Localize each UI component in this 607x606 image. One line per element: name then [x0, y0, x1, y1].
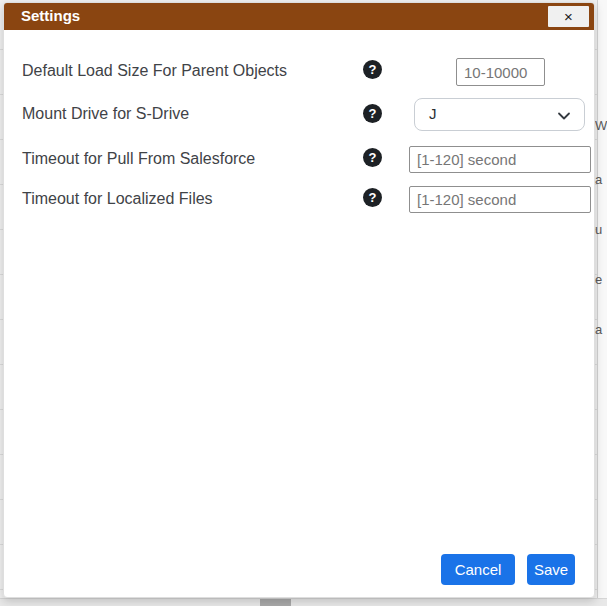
- label-timeout-localized: Timeout for Localized Files: [22, 190, 213, 208]
- timeout-pull-input[interactable]: [409, 146, 591, 173]
- backdrop-right-strip: W a u e a: [597, 0, 607, 606]
- horizontal-scrollbar[interactable]: [0, 598, 607, 606]
- label-mount-drive: Mount Drive for S-Drive: [22, 105, 189, 123]
- chevron-down-icon: [556, 108, 572, 124]
- label-default-load-size: Default Load Size For Parent Objects: [22, 62, 287, 80]
- help-icon[interactable]: ?: [363, 148, 382, 167]
- help-icon[interactable]: ?: [363, 60, 382, 79]
- backdrop-text-fragment: e: [595, 272, 607, 287]
- default-load-size-input[interactable]: [456, 58, 545, 86]
- horizontal-scrollbar-thumb[interactable]: [260, 599, 291, 606]
- modal-header: Settings ×: [4, 3, 594, 30]
- mount-drive-selected-value: J: [429, 105, 437, 122]
- help-icon[interactable]: ?: [363, 104, 382, 123]
- save-button[interactable]: Save: [527, 554, 575, 585]
- backdrop-text-fragment: u: [595, 222, 607, 237]
- label-timeout-pull: Timeout for Pull From Salesforce: [22, 150, 255, 168]
- modal-title: Settings: [21, 7, 80, 24]
- page-background: W a u e a Settings × Default Load Size F…: [0, 0, 607, 606]
- backdrop-text-fragment: W: [595, 118, 607, 133]
- cancel-button[interactable]: Cancel: [441, 554, 515, 585]
- timeout-localized-input[interactable]: [409, 186, 591, 213]
- mount-drive-select[interactable]: J: [414, 98, 585, 131]
- help-icon[interactable]: ?: [363, 188, 382, 207]
- backdrop-text-fragment: a: [595, 322, 607, 337]
- backdrop-text-fragment: a: [595, 172, 607, 187]
- close-button[interactable]: ×: [548, 6, 589, 27]
- settings-modal: Settings × Default Load Size For Parent …: [3, 2, 595, 598]
